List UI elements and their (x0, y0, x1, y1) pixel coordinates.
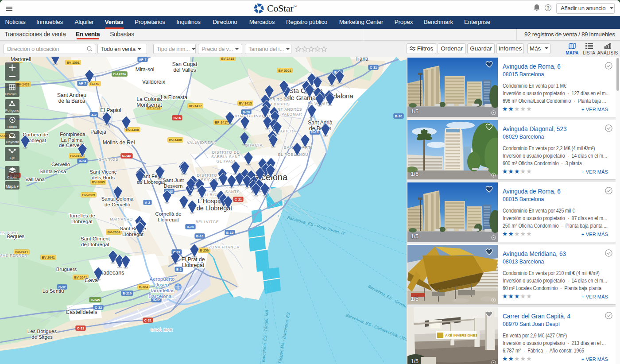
svg-text:A-2: A-2 (145, 201, 150, 205)
svg-text:BV-2005: BV-2005 (82, 193, 95, 197)
svg-text:GAVÀ MAR: GAVÀ MAR (151, 328, 173, 332)
svg-text:dels Horts: dels Horts (92, 175, 115, 180)
svg-text:BV-2041: BV-2041 (42, 256, 54, 259)
svg-text:Barcelona...: Barcelona... (148, 294, 175, 299)
svg-text:Sant Just: Sant Just (163, 178, 184, 183)
svg-text:Desvern: Desvern (164, 183, 183, 189)
svg-text:CAN ROS: CAN ROS (99, 157, 118, 162)
svg-text:La Colònia: La Colònia (136, 96, 162, 102)
svg-text:Gavà: Gavà (85, 277, 98, 283)
svg-text:La Floresta: La Floresta (161, 94, 187, 101)
svg-text:Bruguers: Bruguers (56, 267, 77, 272)
svg-text:MARIANAO: MARIANAO (110, 217, 133, 221)
svg-text:VALLVIDRERA: VALLVIDRERA (187, 140, 216, 145)
svg-text:Torrelles de: Torrelles de (69, 213, 95, 218)
svg-text:BV-5001: BV-5001 (278, 69, 291, 73)
svg-text:de Sitges: de Sitges (31, 334, 53, 340)
svg-text:BV-1468: BV-1468 (169, 138, 182, 142)
svg-text:Llobregat: Llobregat (71, 219, 93, 224)
svg-text:Vallirana: Vallirana (25, 177, 45, 182)
svg-text:A-2: A-2 (91, 113, 97, 117)
svg-text:Santa Rosa: Santa Rosa (39, 169, 66, 174)
svg-text:Mira-sol: Mira-sol (136, 66, 155, 73)
svg-text:AP-7: AP-7 (78, 81, 86, 85)
svg-text:DISTRITO DE: DISTRITO DE (212, 150, 240, 155)
svg-text:BV-2005: BV-2005 (92, 180, 105, 184)
svg-text:C-31: C-31 (77, 326, 84, 330)
svg-text:Castelldefels: Castelldefels (66, 309, 97, 315)
svg-text:B-10: B-10 (395, 114, 402, 118)
svg-text:GERVASI: GERVASI (217, 159, 236, 163)
svg-text:Cervelló: Cervelló (51, 162, 70, 167)
svg-text:Sant Climent: Sant Climent (81, 236, 110, 241)
svg-text:Llobregat: Llobregat (182, 262, 205, 268)
svg-text:EL POBLENOU: EL POBLENOU (278, 152, 308, 157)
svg-text:GRACIA: GRACIA (244, 143, 263, 147)
svg-text:Les Botigues: Les Botigues (27, 329, 57, 334)
svg-text:Josep: Josep (155, 282, 169, 287)
svg-text:Sant Vicenç: Sant Vicenç (89, 169, 116, 174)
svg-text:B-204: B-204 (139, 285, 148, 289)
svg-text:La Sentiu: La Sentiu (43, 288, 64, 294)
svg-text:Sant Andreu: Sant Andreu (57, 92, 86, 98)
svg-text:BV-1415: BV-1415 (239, 101, 252, 105)
svg-text:Fontpineda: Fontpineda (60, 132, 85, 137)
svg-text:AXÉ INVERSIONES: AXÉ INVERSIONES (445, 333, 478, 337)
svg-text:BP-1417: BP-1417 (215, 120, 228, 124)
svg-text:Aeropuerto: Aeropuerto (150, 276, 175, 282)
svg-text:Molins de Rei: Molins de Rei (103, 139, 135, 146)
svg-text:de Llobregat: de Llobregat (81, 242, 110, 247)
svg-text:La Palma: La Palma (61, 137, 83, 143)
svg-text:N-340: N-340 (122, 154, 131, 158)
svg-text:C-31: C-31 (370, 66, 377, 70)
svg-text:C-16: C-16 (174, 116, 181, 120)
svg-text:C-245: C-245 (91, 298, 100, 302)
svg-text:Tiana: Tiana (355, 57, 368, 62)
svg-text:BP-1417: BP-1417 (189, 104, 202, 108)
svg-text:San Cugat: San Cugat (172, 61, 198, 67)
svg-text:B-20: B-20 (187, 225, 194, 229)
svg-text:Montserrat: Montserrat (136, 102, 162, 108)
svg-text:BELLVITGE: BELLVITGE (196, 220, 219, 224)
svg-text:B-10: B-10 (226, 231, 233, 235)
svg-text:de la Barca: de la Barca (58, 98, 85, 104)
svg-text:SARRIÀ-SANT: SARRIÀ-SANT (211, 155, 240, 159)
svg-text:BV-1501: BV-1501 (66, 61, 79, 65)
svg-text:de Cervelló: de Cervelló (105, 202, 130, 207)
svg-text:Sant Adrià: Sant Adrià (308, 120, 333, 126)
svg-text:ZONA FRANCA: ZONA FRANCA (209, 245, 239, 249)
svg-text:Tarradellas: Tarradellas (150, 288, 174, 293)
svg-text:B-10: B-10 (196, 234, 203, 238)
svg-text:BV-1415: BV-1415 (221, 57, 234, 61)
svg-text:C-31: C-31 (144, 318, 151, 322)
svg-text:El Papiol: El Papiol (100, 107, 121, 113)
svg-text:del Vallés: del Vallés (173, 67, 196, 73)
svg-text:Martorell: Martorell (11, 57, 31, 62)
svg-text:C-31: C-31 (235, 197, 242, 201)
svg-text:B-250: B-250 (200, 248, 209, 252)
svg-text:Llobregat: Llobregat (158, 217, 179, 222)
svg-text:BV-2004: BV-2004 (107, 230, 120, 234)
svg-text:SANTS: SANTS (225, 190, 240, 194)
svg-text:Cornellà de: Cornellà de (155, 211, 182, 217)
svg-text:B-24: B-24 (79, 159, 86, 163)
svg-text:B-2: B-2 (176, 267, 182, 271)
svg-text:Valldoreix: Valldoreix (142, 79, 165, 85)
svg-text:Pallejà: Pallejà (90, 129, 106, 135)
svg-text:ES PARC: ES PARC (0, 231, 18, 235)
svg-text:B-210: B-210 (123, 291, 132, 295)
svg-text:MAS FERRER: MAS FERRER (0, 253, 27, 258)
svg-text:C-1413a: C-1413a (113, 72, 127, 76)
svg-text:AP-7: AP-7 (139, 58, 146, 62)
